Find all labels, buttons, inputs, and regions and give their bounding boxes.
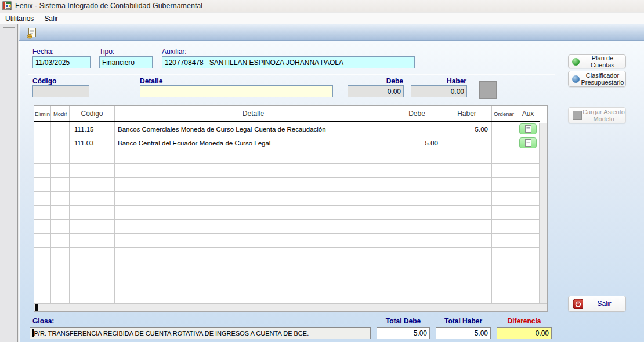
debe-entry-field[interactable]: 0.00	[348, 85, 404, 97]
menu-utilitarios[interactable]: Utilitarios	[0, 13, 39, 24]
col-header-elimin[interactable]: Elimin	[34, 106, 51, 121]
table-row-empty[interactable]	[34, 248, 540, 261]
grid-empty-rows	[34, 150, 547, 303]
glosa-label: Glosa:	[32, 317, 54, 325]
haber-entry-field[interactable]: 0.00	[411, 85, 467, 97]
elimin-cell[interactable]	[34, 122, 51, 136]
empty-cell	[492, 275, 516, 289]
auxiliar-label: Auxiliar:	[162, 48, 187, 56]
empty-cell	[492, 248, 516, 261]
window-title: Fenix - Sistema Integrado de Contabilida…	[15, 2, 202, 10]
empty-cell	[492, 164, 516, 177]
table-row-empty[interactable]	[34, 289, 540, 303]
empty-cell	[115, 261, 392, 275]
table-row-empty[interactable]	[34, 220, 540, 234]
empty-cell	[442, 234, 492, 247]
empty-cell	[392, 206, 442, 219]
empty-cell	[34, 261, 51, 275]
horizontal-scrollbar[interactable]	[34, 303, 547, 311]
empty-cell	[442, 289, 492, 303]
new-entry-button[interactable]	[25, 26, 39, 39]
empty-cell	[392, 192, 442, 205]
table-row-empty[interactable]	[34, 261, 540, 275]
empty-cell	[492, 261, 516, 275]
separator-line	[28, 74, 555, 75]
empty-cell	[392, 289, 442, 303]
col-header-codigo[interactable]: Código	[70, 106, 115, 121]
empty-cell	[51, 248, 70, 261]
splitter-grip[interactable]	[3, 27, 15, 30]
empty-cell	[516, 150, 540, 163]
table-row-empty[interactable]	[34, 234, 540, 248]
table-row-empty[interactable]	[34, 192, 540, 206]
col-header-haber[interactable]: Haber	[442, 106, 492, 121]
col-header-modif[interactable]: Modif	[51, 106, 70, 121]
table-row-empty[interactable]	[34, 275, 540, 289]
document-coins-icon	[26, 27, 38, 39]
table-row-empty[interactable]	[34, 164, 540, 178]
empty-cell	[51, 178, 70, 191]
col-header-ordenar[interactable]: Ordenar	[492, 106, 516, 121]
total-haber-field: 5.00	[436, 327, 491, 339]
empty-cell	[492, 234, 516, 247]
codigo-entry-field[interactable]	[32, 85, 89, 97]
app-window: { "window": { "title": "Fenix - Sistema …	[0, 0, 644, 342]
aux-detail-button[interactable]	[519, 123, 537, 134]
empty-cell	[34, 234, 51, 247]
cargar-asiento-modelo-button[interactable]: Cargar AsientoModelo	[568, 107, 626, 123]
haber-cell: 5.00	[442, 122, 492, 136]
salir-button[interactable]: Salir	[568, 296, 626, 312]
empty-cell	[516, 220, 540, 233]
empty-cell	[70, 220, 115, 233]
empty-cell	[34, 164, 51, 177]
ordenar-cell[interactable]	[492, 136, 516, 150]
clasificador-label: ClasificadorPresupuestario	[580, 72, 625, 86]
empty-cell	[51, 220, 70, 233]
title-bar: Fenix - Sistema Integrado de Contabilida…	[0, 0, 644, 12]
detalle-entry-field[interactable]	[140, 85, 333, 97]
modif-cell[interactable]	[51, 136, 70, 150]
col-header-detalle[interactable]: Detalle	[115, 106, 392, 121]
salir-label: Salir	[583, 300, 625, 307]
table-row-empty[interactable]	[34, 206, 540, 220]
empty-cell	[70, 178, 115, 191]
table-row-empty[interactable]	[34, 150, 540, 164]
empty-cell	[51, 234, 70, 247]
empty-cell	[115, 206, 392, 219]
aux-detail-button[interactable]	[519, 137, 537, 148]
grid-header-row: Elimin Modif Código Detalle Debe Haber O…	[34, 106, 540, 122]
total-debe-label: Total Debe	[377, 317, 430, 325]
menu-bar: Utilitarios Salir	[0, 13, 644, 24]
app-icon	[2, 1, 12, 10]
empty-cell	[492, 220, 516, 233]
tipo-field[interactable]: Financiero	[99, 56, 153, 68]
empty-cell	[442, 206, 492, 219]
col-header-debe[interactable]: Debe	[392, 106, 442, 121]
clasificador-presupuestario-button[interactable]: ClasificadorPresupuestario	[568, 71, 626, 87]
entry-form-panel: Fecha: 11/03/2025 Tipo: Financiero Auxil…	[19, 41, 644, 342]
text-cursor	[32, 329, 34, 337]
vertical-scrollbar[interactable]	[539, 123, 547, 303]
ordenar-cell[interactable]	[492, 122, 516, 136]
plan-de-cuentas-button[interactable]: Plan de Cuentas	[568, 54, 626, 68]
table-row-empty[interactable]	[34, 178, 540, 192]
glosa-field[interactable]: P/R. TRANSFERENCIA RECIBIDA DE CUENTA RO…	[30, 327, 371, 339]
notepad-icon	[525, 139, 531, 147]
scrollbar-thumb[interactable]	[35, 304, 38, 311]
table-row[interactable]: 111.15 Bancos Comerciales Moneda de Curs…	[34, 122, 540, 136]
diferencia-label: Diferencia	[497, 317, 552, 325]
fecha-field[interactable]: 11/03/2025	[32, 56, 91, 68]
col-header-aux[interactable]: Aux	[516, 106, 540, 121]
elimin-cell[interactable]	[34, 136, 51, 150]
empty-cell	[516, 289, 540, 303]
table-row[interactable]: 111.03 Banco Central del Ecuador Moneda …	[34, 136, 540, 150]
auxiliar-field[interactable]: 1207708478 SANTILLAN ESPINOZA JOHANNA PA…	[162, 56, 415, 68]
menu-salir[interactable]: Salir	[39, 13, 63, 24]
empty-cell	[115, 289, 392, 303]
modif-cell[interactable]	[51, 122, 70, 136]
add-line-button[interactable]	[479, 81, 497, 99]
empty-cell	[516, 192, 540, 205]
empty-cell	[516, 178, 540, 191]
empty-cell	[51, 289, 70, 303]
aux-cell	[516, 136, 540, 150]
